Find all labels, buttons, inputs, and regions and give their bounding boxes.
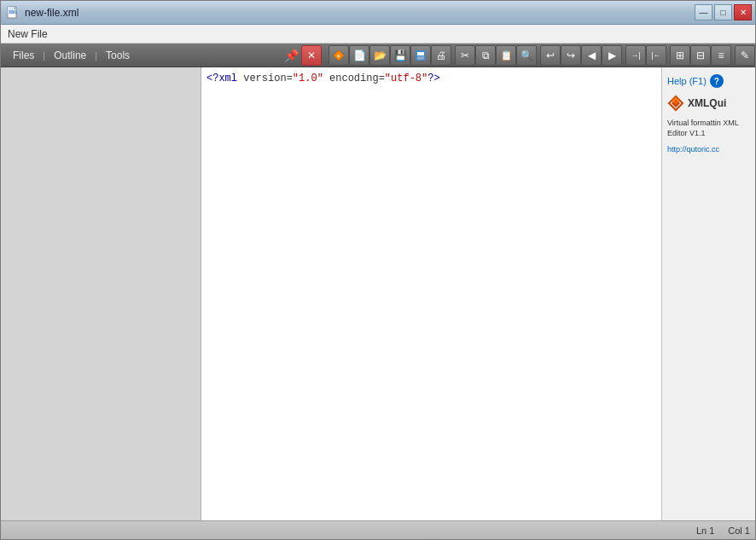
- right-panel: Help (F1) ? XMLQui Virtual formattin XML…: [661, 67, 755, 520]
- xml-tool-button[interactable]: ✦: [329, 45, 349, 66]
- xml-pi: <?xml: [206, 73, 237, 84]
- pin-button[interactable]: 📌: [281, 45, 301, 66]
- help-link[interactable]: Help (F1): [667, 76, 707, 86]
- file-tree: [1, 67, 201, 520]
- outdent-button[interactable]: |←: [646, 45, 666, 66]
- svg-marker-3: [14, 7, 16, 9]
- tab-tools[interactable]: Tools: [97, 44, 138, 67]
- help-section: Help (F1) ?: [667, 74, 750, 88]
- paste-button[interactable]: 📋: [496, 45, 516, 66]
- logo-text: XMLQui: [688, 97, 726, 109]
- xmlqui-logo-icon: [667, 95, 684, 112]
- main-area: <?xml version="1.0" encoding="utf-8"?> H…: [1, 67, 755, 520]
- redo-button[interactable]: ↪: [561, 45, 581, 66]
- panel-close-button[interactable]: ✕: [301, 45, 322, 66]
- undo-button[interactable]: ↩: [540, 45, 561, 66]
- app-icon: XML: [6, 6, 20, 20]
- svg-rect-7: [417, 52, 424, 55]
- new-file-label: New File: [8, 28, 48, 40]
- svg-text:XML: XML: [9, 9, 18, 15]
- window-title: new-file.xml: [25, 7, 79, 19]
- editor-content[interactable]: <?xml version="1.0" encoding="utf-8"?>: [201, 67, 661, 520]
- svg-rect-8: [417, 56, 424, 60]
- minimize-button[interactable]: —: [695, 4, 712, 20]
- new-file-button[interactable]: 📄: [349, 45, 369, 66]
- format-button[interactable]: ≡: [711, 45, 731, 66]
- right-url[interactable]: http://qutoric.cc: [667, 145, 750, 154]
- open-file-button[interactable]: 📂: [369, 45, 390, 66]
- maximize-button[interactable]: □: [714, 4, 732, 20]
- logo-section: XMLQui: [667, 95, 750, 112]
- expand-button[interactable]: ⊞: [670, 45, 690, 66]
- titlebar-left: XML new-file.xml: [6, 6, 79, 20]
- copy-button[interactable]: ⧉: [475, 45, 496, 66]
- xml-pi-close: ?>: [427, 73, 439, 84]
- window-controls: — □ ✕: [695, 4, 752, 20]
- find-button[interactable]: 🔍: [516, 45, 537, 66]
- xml-attr-name2: encoding=: [323, 73, 385, 84]
- close-button[interactable]: ✕: [734, 4, 752, 20]
- help-icon: ?: [710, 74, 724, 88]
- tab-outline[interactable]: Outline: [45, 44, 95, 67]
- xml-attr-name: version=: [237, 73, 293, 84]
- tabbar: Files | Outline | Tools 📌 ✕ ✦ 📄 📂 💾 🖨 ✂ …: [1, 44, 755, 67]
- save-as-button[interactable]: [410, 45, 431, 66]
- col-indicator: Col 1: [728, 525, 750, 536]
- edit-mode-button[interactable]: ✎: [735, 45, 755, 66]
- cut-button[interactable]: ✂: [455, 45, 475, 66]
- left-panel: [1, 67, 201, 520]
- xml-attr-val-encoding: "utf-8": [385, 73, 427, 84]
- collapse-button[interactable]: ⊟: [690, 45, 711, 66]
- svg-text:✦: ✦: [336, 54, 340, 59]
- app-window: XML new-file.xml — □ ✕ New File Files | …: [0, 0, 756, 540]
- right-description: Virtual formattin XML Editor V1.1: [667, 119, 750, 138]
- line-indicator: Ln 1: [696, 525, 714, 536]
- back-button[interactable]: ◀: [581, 45, 602, 66]
- tab-files[interactable]: Files: [4, 44, 43, 67]
- editor-area: <?xml version="1.0" encoding="utf-8"?>: [201, 67, 661, 520]
- xml-attr-val-version: "1.0": [293, 73, 323, 84]
- indent-button[interactable]: →|: [625, 45, 646, 66]
- file-header: New File: [1, 25, 755, 44]
- statusbar: Ln 1 Col 1: [1, 520, 755, 539]
- forward-button[interactable]: ▶: [602, 45, 622, 66]
- save-file-button[interactable]: 💾: [390, 45, 410, 66]
- help-label: Help (F1): [667, 76, 707, 86]
- print-button[interactable]: 🖨: [431, 45, 451, 66]
- titlebar: XML new-file.xml — □ ✕: [1, 1, 755, 25]
